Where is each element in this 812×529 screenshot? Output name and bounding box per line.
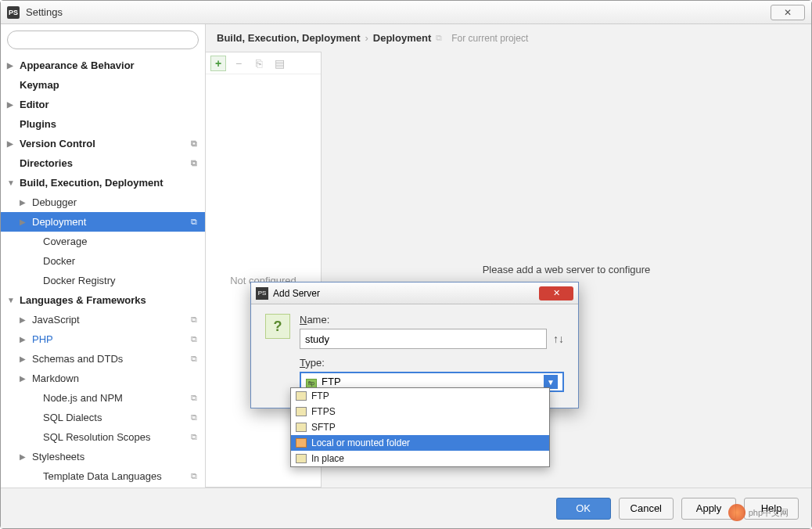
tree-item-sql-resolution-scopes[interactable]: ▶SQL Resolution Scopes⧉	[1, 427, 205, 447]
tree-item-label: JavaScript	[32, 314, 80, 326]
app-icon: PS	[7, 6, 20, 19]
tree-item-stylesheets[interactable]: ▶Stylesheets	[1, 447, 205, 466]
tree-item-docker-registry[interactable]: ▶Docker Registry	[1, 271, 205, 290]
remove-server-button[interactable]: −	[231, 56, 246, 71]
dialog-titlebar: PS Add Server ✕	[251, 282, 578, 304]
tree-item-plugins[interactable]: ▶Plugins	[1, 114, 205, 134]
tree-item-label: Deployment	[32, 216, 86, 228]
tree-item-markdown[interactable]: ▶Markdown	[1, 369, 205, 388]
type-label: Type:	[300, 357, 564, 369]
dropdown-item-in-place[interactable]: In place	[291, 451, 549, 466]
ok-button[interactable]: OK	[556, 498, 611, 520]
tree-arrow-icon: ▶	[20, 315, 26, 324]
dropdown-item-ftps[interactable]: FTPS	[291, 404, 549, 419]
servers-toolbar: + − ⎘ ▤	[206, 52, 321, 74]
copy-server-button[interactable]: ⎘	[251, 56, 267, 71]
window-close-button[interactable]: ✕	[771, 5, 805, 20]
add-server-button[interactable]: +	[210, 56, 226, 71]
watermark-logo	[728, 504, 746, 521]
tree-arrow-icon: ▶	[20, 374, 26, 383]
type-icon	[296, 407, 307, 416]
dropdown-item-label: SFTP	[311, 422, 336, 433]
tree-item-appearance-behavior[interactable]: ▶Appearance & Behavior	[1, 56, 205, 75]
project-scope-icon: ⧉	[191, 158, 197, 168]
name-label: Name:	[300, 314, 564, 326]
breadcrumb: Build, Execution, Deployment › Deploymen…	[206, 24, 811, 52]
tree-item-label: Node.js and NPM	[43, 392, 123, 404]
sort-order-icon[interactable]: ↑↓	[553, 333, 564, 345]
dialog-title: Add Server	[273, 288, 539, 299]
tree-item-build-execution-deployment[interactable]: ▼Build, Execution, Deployment	[1, 173, 205, 193]
tree-item-coverage[interactable]: ▶Coverage	[1, 232, 205, 251]
project-scope-icon: ⧉	[191, 354, 197, 364]
type-dropdown[interactable]: FTPFTPSSFTPLocal or mounted folderIn pla…	[290, 387, 550, 467]
tree-item-label: Stylesheets	[32, 451, 84, 462]
tree-item-node-js-and-npm[interactable]: ▶Node.js and NPM⧉	[1, 388, 205, 408]
footer: OK Cancel Apply Help php中文网	[1, 488, 811, 528]
tree-item-label: Directories	[20, 157, 73, 169]
tree-arrow-icon: ▶	[7, 139, 13, 148]
dialog-app-icon: PS	[256, 287, 268, 300]
dropdown-item-label: FTPS	[311, 406, 336, 417]
tree-item-editor[interactable]: ▶Editor	[1, 95, 205, 114]
project-scope-icon: ⧉	[436, 33, 442, 43]
tree-item-label: PHP	[32, 333, 53, 345]
settings-tree[interactable]: ▶Appearance & Behavior▶Keymap▶Editor▶Plu…	[1, 56, 205, 488]
project-scope-icon: ⧉	[191, 432, 197, 442]
watermark-text: php中文网	[749, 507, 789, 519]
tree-item-label: Build, Execution, Deployment	[20, 177, 163, 189]
tree-item-label: Appearance & Behavior	[20, 59, 135, 71]
tree-item-template-data-languages[interactable]: ▶Template Data Languages⧉	[1, 466, 205, 486]
empty-message: Please add a web server to configure	[483, 264, 651, 275]
tree-arrow-icon: ▶	[20, 335, 26, 344]
type-icon	[296, 391, 307, 401]
dropdown-item-local-or-mounted-folder[interactable]: Local or mounted folder	[291, 435, 549, 451]
dropdown-item-sftp[interactable]: SFTP	[291, 419, 549, 435]
project-scope-icon: ⧉	[191, 217, 197, 227]
watermark: php中文网	[728, 504, 789, 521]
tree-item-deployment[interactable]: ▶Deployment⧉	[1, 212, 205, 232]
tree-item-languages-frameworks[interactable]: ▼Languages & Frameworks	[1, 290, 205, 310]
tree-item-docker[interactable]: ▶Docker	[1, 251, 205, 271]
search-wrap: 🔍	[1, 24, 205, 56]
tree-item-php[interactable]: ▶PHP⧉	[1, 329, 205, 349]
tree-item-label: Version Control	[20, 138, 95, 149]
tree-item-label: Keymap	[20, 79, 59, 91]
dialog-close-button[interactable]: ✕	[539, 286, 573, 300]
tree-arrow-icon: ▶	[7, 61, 13, 70]
tree-item-label: Coverage	[43, 236, 87, 247]
more-button[interactable]: ▤	[271, 56, 287, 71]
tree-item-version-control[interactable]: ▶Version Control⧉	[1, 134, 205, 153]
tree-item-label: SQL Dialects	[43, 412, 102, 423]
tree-item-schemas-and-dtds[interactable]: ▶Schemas and DTDs⧉	[1, 349, 205, 369]
search-input[interactable]	[7, 31, 199, 49]
dialog-fields: Name: ↑↓ Type: ftpFTP ▼	[300, 314, 564, 392]
breadcrumb-root[interactable]: Build, Execution, Deployment	[217, 32, 360, 44]
cancel-button[interactable]: Cancel	[619, 498, 674, 520]
tree-item-label: Plugins	[20, 118, 56, 130]
dropdown-item-ftp[interactable]: FTP	[291, 388, 549, 404]
tree-item-debugger[interactable]: ▶Debugger	[1, 193, 205, 212]
breadcrumb-note: For current project	[451, 33, 528, 44]
window-title: Settings	[26, 6, 771, 18]
type-icon	[296, 454, 307, 463]
dropdown-item-label: In place	[311, 453, 344, 464]
tree-arrow-icon: ▶	[20, 218, 26, 226]
tree-item-directories[interactable]: ▶Directories⧉	[1, 153, 205, 173]
tree-item-label: Schemas and DTDs	[32, 353, 123, 365]
tree-item-label: Markdown	[32, 372, 79, 384]
type-icon	[296, 423, 307, 432]
server-name-input[interactable]	[300, 329, 547, 349]
project-scope-icon: ⧉	[191, 315, 197, 325]
breadcrumb-sep: ›	[365, 32, 368, 44]
breadcrumb-leaf: Deployment	[373, 32, 431, 44]
project-scope-icon: ⧉	[191, 139, 197, 149]
tree-item-javascript[interactable]: ▶JavaScript⧉	[1, 310, 205, 329]
tree-arrow-icon: ▶	[20, 198, 26, 207]
tree-item-label: Debugger	[32, 196, 77, 208]
project-scope-icon: ⧉	[191, 471, 197, 481]
tree-arrow-icon: ▶	[20, 452, 26, 461]
tree-item-keymap[interactable]: ▶Keymap	[1, 75, 205, 95]
help-icon[interactable]: ?	[265, 314, 290, 339]
tree-item-sql-dialects[interactable]: ▶SQL Dialects⧉	[1, 408, 205, 427]
